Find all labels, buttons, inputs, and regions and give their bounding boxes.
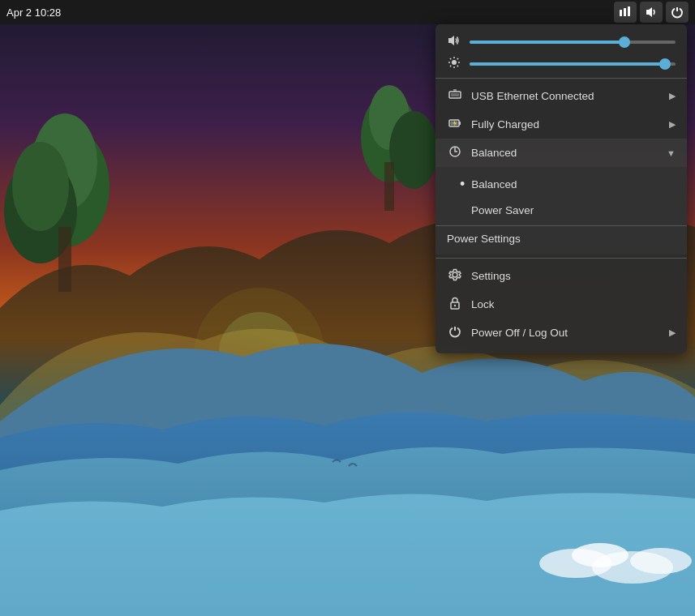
power-mode-header[interactable]: Balanced ▼ xyxy=(435,139,687,167)
svg-line-27 xyxy=(457,58,458,59)
brightness-slider-fill xyxy=(470,62,665,66)
power-off-menu-item[interactable]: Power Off / Log Out ▶ xyxy=(435,319,687,347)
gear-icon xyxy=(448,268,461,281)
separator-1 xyxy=(435,78,687,79)
topbar: Apr 2 10:28 xyxy=(0,0,695,24)
brightness-slider-row xyxy=(435,53,687,75)
power-mode-power-saver[interactable]: Power Saver xyxy=(435,199,687,222)
svg-rect-8 xyxy=(58,227,71,292)
balanced-icon xyxy=(448,145,461,158)
svg-rect-33 xyxy=(459,122,461,125)
volume-topbar-icon xyxy=(645,6,658,19)
svg-rect-30 xyxy=(451,93,459,96)
brightness-slider-track[interactable] xyxy=(470,62,676,66)
battery-menu-item[interactable]: Fully Charged ▶ xyxy=(435,110,687,139)
settings-menu-label: Settings xyxy=(471,270,676,282)
balanced-label: Balanced xyxy=(471,178,517,190)
usb-ethernet-icon xyxy=(448,88,461,101)
svg-point-16 xyxy=(630,548,692,574)
datetime-label: Apr 2 10:28 xyxy=(6,6,61,19)
volume-slider-track[interactable] xyxy=(470,41,676,44)
svg-line-26 xyxy=(457,66,458,66)
svg-rect-31 xyxy=(453,89,457,92)
volume-slider-icon xyxy=(447,34,461,49)
separator-2 xyxy=(435,258,687,259)
lock-icon xyxy=(448,297,461,310)
battery-icon xyxy=(448,117,461,130)
volume-slider-thumb[interactable] xyxy=(619,36,630,48)
svg-line-25 xyxy=(450,58,451,59)
network-menu-item[interactable]: USB Ethernet Connected ▶ xyxy=(435,82,687,110)
brightness-slider-thumb[interactable] xyxy=(659,58,671,70)
system-menu-panel: USB Ethernet Connected ▶ Fully Charged ▶… xyxy=(435,24,687,353)
volume-slider-row xyxy=(435,31,687,53)
volume-slider-fill xyxy=(470,41,624,44)
battery-menu-icon xyxy=(447,117,463,132)
svg-point-11 xyxy=(389,111,438,189)
power-mode-submenu: Balanced Power Saver Power Settings xyxy=(435,167,687,255)
battery-menu-arrow: ▶ xyxy=(669,119,676,130)
power-off-menu-icon xyxy=(447,325,463,340)
power-saver-label: Power Saver xyxy=(471,204,534,216)
network-menu-label: USB Ethernet Connected xyxy=(471,90,669,102)
settings-menu-item[interactable]: Settings xyxy=(435,262,687,290)
power-mode-balanced[interactable]: Balanced xyxy=(435,170,687,199)
svg-line-28 xyxy=(450,66,451,66)
power-off-menu-label: Power Off / Log Out xyxy=(471,327,669,339)
power-off-menu-arrow: ▶ xyxy=(669,327,676,338)
power-mode-icon xyxy=(447,145,463,160)
power-status-button[interactable] xyxy=(666,2,689,23)
lock-menu-label: Lock xyxy=(471,298,676,310)
power-mode-dropdown-arrow: ▼ xyxy=(667,148,676,158)
svg-rect-12 xyxy=(384,162,394,211)
svg-point-37 xyxy=(454,305,456,306)
power-settings-item[interactable]: Power Settings xyxy=(435,225,687,251)
svg-rect-17 xyxy=(620,10,622,16)
network-menu-arrow: ▶ xyxy=(669,91,676,101)
power-topbar-icon xyxy=(671,6,684,19)
network-status-button[interactable] xyxy=(614,2,637,23)
svg-point-7 xyxy=(12,142,69,231)
power-settings-label: Power Settings xyxy=(447,233,521,245)
volume-status-button[interactable] xyxy=(640,2,663,23)
topbar-icons xyxy=(614,2,689,23)
network-topbar-icon xyxy=(619,6,632,19)
brightness-slider-icon xyxy=(447,56,461,71)
lock-menu-icon xyxy=(447,297,463,312)
lock-menu-item[interactable]: Lock xyxy=(435,290,687,319)
svg-point-20 xyxy=(452,60,457,65)
battery-menu-label: Fully Charged xyxy=(471,118,669,130)
brightness-icon xyxy=(448,56,461,69)
svg-rect-19 xyxy=(628,6,630,16)
svg-rect-18 xyxy=(624,8,626,16)
power-off-icon xyxy=(448,325,461,338)
settings-menu-icon xyxy=(447,268,463,284)
volume-icon xyxy=(448,34,461,47)
power-mode-label: Balanced xyxy=(471,147,667,159)
network-menu-icon xyxy=(447,88,463,104)
